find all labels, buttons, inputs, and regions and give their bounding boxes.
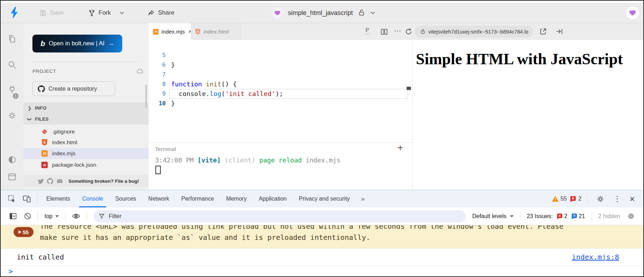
tab-elements[interactable]: Elements: [40, 190, 76, 207]
more-options-icon[interactable]: …: [394, 25, 401, 33]
code-line-7: 7 function init() {: [149, 60, 412, 70]
js-file-icon: JS: [41, 150, 48, 157]
preview-page-heading: Simple HTML with JavaScript: [416, 50, 643, 68]
console-warning-message[interactable]: 55 The resource <URL> was preloaded usin…: [1, 225, 643, 248]
tab-index-mjs[interactable]: JS index.mjs ×: [149, 23, 191, 40]
share-button[interactable]: Share: [148, 9, 174, 17]
message-bubble-icon: [571, 213, 577, 220]
devtools-panel: Elements Console Sources Network Perform…: [1, 190, 643, 276]
issues-label[interactable]: 23 Issues:: [527, 213, 553, 220]
collapse-panel-right-icon[interactable]: [555, 27, 563, 35]
sidebar-scrollbar[interactable]: [145, 85, 147, 108]
user-avatar[interactable]: [626, 6, 639, 19]
tab-network[interactable]: Network: [142, 190, 175, 207]
chevron-down-icon: [510, 215, 514, 217]
fork-button[interactable]: Fork: [88, 9, 124, 17]
close-devtools-icon[interactable]: ×: [627, 194, 638, 204]
code-line-5: 5 }: [149, 41, 412, 50]
tab-memory[interactable]: Memory: [220, 190, 253, 207]
save-button[interactable]: Save: [39, 9, 64, 17]
log-source-link[interactable]: index.mjs:8: [572, 253, 619, 261]
device-toolbar-icon[interactable]: [19, 195, 34, 203]
file-item-index-html[interactable]: 5 index.html: [24, 137, 149, 148]
github-icon[interactable]: [47, 178, 53, 184]
create-repository-button[interactable]: Create a repository: [32, 81, 115, 96]
issues-errors-count[interactable]: 2: [556, 213, 567, 220]
editor-scrollbar[interactable]: [407, 87, 411, 90]
devtools-menu-icon[interactable]: ⋮: [610, 195, 624, 203]
terminal-panel[interactable]: Terminal + 3:42:08 PM [vite] (client) pa…: [149, 142, 412, 190]
chevron-right-icon: ❯: [28, 106, 31, 111]
preview-pane[interactable]: Simple HTML with JavaScript: [412, 40, 643, 190]
code-line-9: 9 }: [149, 79, 412, 89]
save-icon: [39, 9, 47, 17]
sidebar-section-files[interactable]: ❯ FILES: [24, 114, 149, 125]
tab-privacy-security[interactable]: Privacy and security: [293, 190, 356, 207]
lock-icon: [420, 29, 426, 35]
share-icon: [148, 9, 155, 17]
open-in-new-window-icon[interactable]: [539, 27, 547, 35]
theme-contrast-icon[interactable]: [7, 155, 17, 165]
settings-gear-icon[interactable]: [7, 111, 17, 120]
tab-console[interactable]: Console: [76, 190, 109, 207]
tab-label: index.mjs: [161, 29, 185, 35]
log-levels-selector[interactable]: Default levels: [472, 213, 506, 220]
issues-messages-count[interactable]: 21: [571, 213, 585, 220]
sidebar-section-info[interactable]: ❯ INFO: [24, 102, 149, 114]
filter-input[interactable]: [108, 213, 461, 220]
js-file-icon: JS: [153, 29, 159, 35]
console-sidebar-icon[interactable]: [6, 212, 20, 220]
prettier-format-icon[interactable]: P: [365, 26, 369, 34]
file-item-index-mjs[interactable]: JS index.mjs: [24, 148, 149, 159]
chevron-down-icon[interactable]: [120, 11, 124, 14]
line-number: 10: [149, 99, 166, 108]
client-tag: (client): [221, 156, 259, 164]
clear-console-icon[interactable]: [20, 212, 35, 220]
hidden-messages-label[interactable]: 2 hidden: [598, 213, 620, 220]
errors-count[interactable]: 2: [570, 196, 581, 202]
unlock-icon[interactable]: [358, 9, 366, 17]
html-file-icon: 5: [41, 139, 48, 146]
tab-application[interactable]: Application: [253, 190, 293, 207]
layout-window-icon[interactable]: [7, 172, 17, 182]
reloaded-file: index.mjs: [302, 156, 340, 164]
console-log-message[interactable]: init called index.mjs:8: [1, 248, 643, 266]
discord-icon[interactable]: [56, 178, 63, 185]
twitter-icon[interactable]: [38, 178, 44, 184]
live-expression-eye-icon[interactable]: [68, 212, 84, 221]
chevron-down-icon[interactable]: [371, 11, 375, 14]
reload-preview-icon[interactable]: [405, 27, 413, 36]
cloud-sync-icon[interactable]: [136, 67, 144, 75]
files-icon[interactable]: [7, 34, 17, 44]
search-icon[interactable]: [7, 60, 17, 70]
split-editor-icon[interactable]: [380, 28, 388, 36]
project-title-group[interactable]: simple_html_javascript: [272, 3, 375, 23]
activity-rail: 1: [1, 23, 24, 190]
stackblitz-logo-icon[interactable]: [10, 7, 19, 19]
project-avatar: [272, 7, 283, 19]
inspect-element-icon[interactable]: [4, 195, 19, 203]
file-item-package-lock[interactable]: n package-lock.json: [24, 160, 149, 170]
console-filter-box[interactable]: [93, 210, 466, 222]
warnings-count[interactable]: 55: [552, 196, 567, 202]
divider: [587, 194, 587, 203]
preview-address-bar[interactable]: vitejsviteh7d1uxej-smfx--5173--b894c784.…: [415, 26, 533, 37]
console-prompt[interactable]: >: [1, 266, 643, 276]
tab-performance[interactable]: Performance: [175, 190, 220, 207]
context-selector[interactable]: top: [41, 213, 62, 220]
new-terminal-icon[interactable]: +: [397, 142, 403, 153]
open-in-bolt-button[interactable]: b Open in bolt.new | AI →: [32, 35, 122, 52]
file-item-gitignore[interactable]: .gitignore: [24, 126, 149, 137]
tab-index-html[interactable]: 5 index.html: [191, 23, 241, 40]
file-a-bug-link[interactable]: Something broken? File a bug!: [68, 178, 139, 184]
code-editor[interactable]: 5 } 6 7 function init() { 8 console.log(…: [149, 40, 412, 142]
console-messages: 55 The resource <URL> was preloaded usin…: [1, 225, 643, 276]
devtools-settings-icon[interactable]: [593, 195, 608, 203]
warning-group-count-badge[interactable]: 55: [14, 227, 34, 237]
more-tabs-icon[interactable]: »: [356, 195, 370, 203]
project-section-label: PROJECT: [32, 69, 56, 74]
tab-sources[interactable]: Sources: [109, 190, 142, 207]
plugins-icon[interactable]: [7, 85, 17, 94]
bolt-button-label: Open in bolt.new | AI: [49, 40, 105, 47]
console-settings-icon[interactable]: [624, 212, 638, 220]
